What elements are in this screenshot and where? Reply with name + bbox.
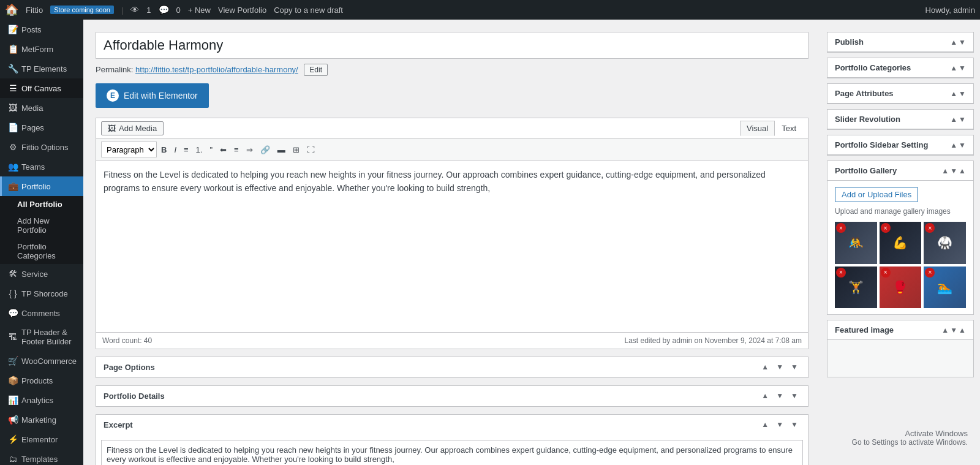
toolbar-bold-button[interactable]: B: [158, 142, 170, 157]
sidebar-item-teams[interactable]: 👥 Teams: [0, 157, 83, 176]
editor-content[interactable]: Fitness on the Level is dedicated to hel…: [96, 161, 808, 332]
slider-revolution-header[interactable]: Slider Revolution ▲ ▼: [827, 110, 973, 129]
slider-revolution-title: Slider Revolution: [835, 115, 900, 124]
sidebar-item-marketing[interactable]: 📢 Marketing: [0, 410, 83, 429]
gallery-item-1-remove[interactable]: ×: [836, 223, 846, 233]
portfolio-categories-header[interactable]: Portfolio Categories ▲ ▼: [827, 58, 973, 78]
adminbar-new-link[interactable]: + New: [188, 6, 211, 15]
featured-image-down-btn[interactable]: ▼: [950, 326, 957, 335]
sidebar-item-tp-header-footer[interactable]: 🏗 TP Header & Footer Builder: [0, 323, 83, 351]
toolbar-more-button[interactable]: ▬: [274, 142, 288, 157]
publish-metabox-header[interactable]: Publish ▲ ▼: [827, 32, 973, 52]
adminbar-view-portfolio-link[interactable]: View Portfolio: [218, 6, 266, 15]
sidebar-sub-item-portfolio-categories[interactable]: Portfolio Categories: [0, 238, 83, 264]
sidebar-item-metaform[interactable]: 📋 MetForm: [0, 39, 83, 59]
portfolio-gallery-title: Portfolio Gallery: [835, 166, 897, 175]
portfolio-gallery-down-btn[interactable]: ▼: [950, 167, 957, 175]
featured-image-up-btn[interactable]: ▲: [941, 326, 949, 335]
page-options-up-btn[interactable]: ▲: [759, 362, 771, 372]
add-media-button[interactable]: 🖼 Add Media: [101, 121, 164, 135]
permalink-link[interactable]: http://fittio.test/tp-portfolio/affordab…: [135, 65, 298, 74]
slider-revolution-up-btn[interactable]: ▲: [950, 115, 957, 124]
templates-icon: 🗂: [8, 454, 18, 464]
page-attributes-header[interactable]: Page Attributes ▲ ▼: [827, 84, 973, 104]
toolbar-unordered-list-button[interactable]: ≡: [181, 142, 192, 157]
permalink-edit-button[interactable]: Edit: [304, 64, 328, 76]
gallery-item-2-remove[interactable]: ×: [881, 223, 891, 233]
gallery-item-4-remove[interactable]: ×: [836, 268, 846, 278]
wp-sidebar: 📝 Posts 📋 MetForm 🔧 TP Elements ☰ Off Ca…: [0, 20, 83, 465]
adminbar-copy-draft-link[interactable]: Copy to a new draft: [274, 6, 343, 15]
publish-up-btn[interactable]: ▲: [950, 38, 957, 47]
sidebar-item-tp-shortcode[interactable]: { } TP Shorcode: [0, 284, 83, 303]
portfolio-sidebar-down-btn[interactable]: ▼: [959, 141, 966, 149]
paragraph-select[interactable]: Paragraph: [101, 142, 157, 157]
tab-visual[interactable]: Visual: [740, 121, 775, 136]
sidebar-item-service[interactable]: 🛠 Service: [0, 264, 83, 284]
featured-image-expand-btn[interactable]: ▲: [959, 326, 966, 335]
excerpt-metabox-header[interactable]: Excerpt ▲ ▼ ▼: [96, 415, 808, 435]
sidebar-item-woocommerce[interactable]: 🛒 WooCommerce: [0, 351, 83, 371]
sidebar-item-tp-header-label: TP Header & Footer Builder: [21, 328, 77, 346]
page-options-metabox-header[interactable]: Page Options ▲ ▼ ▼: [96, 357, 808, 377]
editor-toolbar: Paragraph B I ≡ 1. " ⬅ ≡ ⇒ 🔗 ▬ ⊞ ⛶: [96, 139, 808, 161]
toolbar-fullscreen-button[interactable]: ⛶: [304, 142, 318, 157]
toolbar-table-button[interactable]: ⊞: [290, 142, 303, 157]
portfolio-categories-down-btn[interactable]: ▼: [959, 64, 966, 72]
sidebar-item-tp-elements[interactable]: 🔧 TP Elements: [0, 59, 83, 78]
portfolio-sidebar-up-btn[interactable]: ▲: [950, 141, 957, 149]
portfolio-details-down-btn[interactable]: ▼: [774, 391, 786, 401]
sidebar-item-templates[interactable]: 🗂 Templates: [0, 449, 83, 465]
sidebar-item-pages[interactable]: 📄 Pages: [0, 118, 83, 137]
toolbar-align-left-button[interactable]: ⬅: [217, 142, 230, 157]
toolbar-blockquote-button[interactable]: ": [206, 142, 216, 157]
toolbar-align-right-button[interactable]: ⇒: [243, 142, 256, 157]
page-attributes-up-btn[interactable]: ▲: [950, 89, 957, 98]
featured-image-header[interactable]: Featured image ▲ ▼ ▲: [827, 320, 973, 340]
sidebar-sub-item-all-portfolio[interactable]: All Portfolio: [0, 196, 83, 213]
portfolio-details-toggle-btn[interactable]: ▼: [788, 391, 801, 401]
add-upload-files-button[interactable]: Add or Upload Files: [835, 187, 918, 202]
portfolio-details-metabox-header[interactable]: Portfolio Details ▲ ▼ ▼: [96, 386, 808, 406]
post-title-input[interactable]: [96, 32, 809, 59]
page-options-down-btn[interactable]: ▼: [774, 362, 786, 372]
sidebar-item-comments-label: Comments: [21, 309, 60, 318]
sidebar-item-posts[interactable]: 📝 Posts: [0, 20, 83, 39]
portfolio-gallery-expand-btn[interactable]: ▲: [959, 167, 966, 175]
sidebar-item-portfolio[interactable]: 💼 Portfolio: [0, 176, 83, 196]
sidebar-item-elementor[interactable]: ⚡ Elementor: [0, 429, 83, 449]
slider-revolution-down-btn[interactable]: ▼: [959, 115, 966, 124]
portfolio-details-up-btn[interactable]: ▲: [759, 391, 771, 401]
gallery-item-5-remove[interactable]: ×: [881, 268, 891, 278]
sidebar-item-off-canvas-label: Off Canvas: [21, 84, 61, 93]
sidebar-item-fittio-options[interactable]: ⚙ Fittio Options: [0, 137, 83, 157]
portfolio-categories-up-btn[interactable]: ▲: [950, 64, 957, 72]
excerpt-up-btn[interactable]: ▲: [759, 420, 771, 429]
toolbar-ordered-list-button[interactable]: 1.: [193, 142, 206, 157]
sidebar-sub-item-add-new-portfolio[interactable]: Add New Portfolio: [0, 213, 83, 238]
toolbar-italic-button[interactable]: I: [171, 142, 179, 157]
portfolio-sidebar-header[interactable]: Portfolio Sidebar Setting ▲ ▼: [827, 135, 973, 155]
portfolio-gallery-up-btn[interactable]: ▲: [941, 167, 949, 175]
page-options-toggle-btn[interactable]: ▼: [788, 362, 801, 372]
sidebar-item-products[interactable]: 📦 Products: [0, 371, 83, 390]
toolbar-link-button[interactable]: 🔗: [257, 142, 273, 157]
tab-text[interactable]: Text: [775, 121, 803, 136]
sidebar-item-comments[interactable]: 💬 Comments: [0, 303, 83, 323]
page-attributes-down-btn[interactable]: ▼: [959, 89, 966, 98]
excerpt-toggle-btn[interactable]: ▼: [788, 420, 801, 429]
excerpt-down-btn[interactable]: ▼: [774, 420, 786, 429]
sidebar-item-media[interactable]: 🖼 Media: [0, 98, 83, 118]
edit-with-elementor-button[interactable]: E Edit with Elementor: [96, 83, 209, 108]
excerpt-metabox: Excerpt ▲ ▼ ▼ Fitness on the Level is de…: [96, 414, 809, 465]
sidebar-item-off-canvas[interactable]: ☰ Off Canvas: [0, 78, 83, 98]
sidebar-item-analytics[interactable]: 📊 Analytics: [0, 390, 83, 410]
gallery-item-6-remove[interactable]: ×: [925, 268, 935, 278]
wp-right-sidebar: Publish ▲ ▼ Portfolio Categories ▲ ▼: [821, 20, 980, 465]
publish-down-btn[interactable]: ▼: [959, 38, 966, 47]
portfolio-gallery-header[interactable]: Portfolio Gallery ▲ ▼ ▲: [827, 161, 973, 181]
excerpt-textarea[interactable]: Fitness on the Level is dedicated to hel…: [101, 440, 803, 465]
toolbar-align-center-button[interactable]: ≡: [231, 142, 242, 157]
site-name[interactable]: Fittio: [26, 6, 43, 15]
sidebar-item-portfolio-label: Portfolio: [21, 182, 51, 191]
